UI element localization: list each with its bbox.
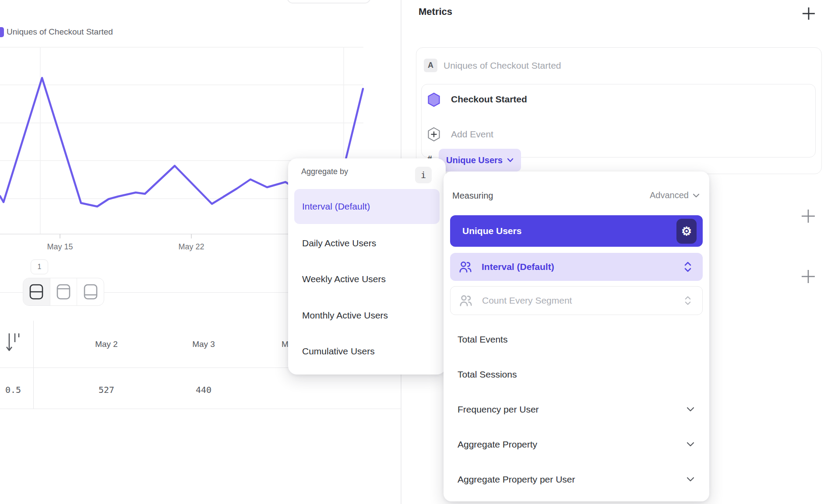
measure-chip[interactable]: Unique Users [439,149,521,172]
add-event-label[interactable]: Add Event [451,129,493,140]
measuring-option-unique-users-selected[interactable]: Unique Users ⚙ [450,215,703,247]
measuring-option-count-every-segment[interactable]: Count Every Segment [450,286,703,315]
table-header-may3[interactable]: May 3 [186,340,221,349]
table-row-border [0,409,401,409]
add-section-plus-icon-1[interactable] [800,208,816,224]
metric-letter-badge: A [424,59,437,72]
split-horizontal-icon [29,284,44,300]
count-every-segment-label: Count Every Segment [482,295,572,306]
table-column-divider [33,321,34,409]
chevron-down-icon [687,477,694,482]
aggregate-option-daily[interactable]: Daily Active Users [302,238,376,248]
table-cell-may2: 527 [89,385,124,395]
metrics-panel-title: Metrics [419,6,452,18]
aggregate-option-cumulative[interactable]: Cumulative Users [302,346,375,357]
measuring-option-interval[interactable]: Interval (Default) [450,253,703,281]
add-section-plus-icon-2[interactable] [800,269,816,284]
advanced-dropdown[interactable]: Advanced [650,190,700,200]
chevron-down-icon [687,442,694,447]
x-tick-may22: May 22 [178,242,204,251]
measure-chip-label: Unique Users [446,155,503,165]
users-icon [459,294,472,307]
layout-panel-top-button[interactable] [50,278,77,305]
page-number-chip[interactable]: 1 [31,259,48,274]
event-hexagon-icon [427,92,440,107]
up-down-chevrons-icon [684,261,691,273]
table-header-may2[interactable]: May 2 [89,340,124,349]
table-cell-may3: 440 [186,385,221,395]
advanced-label: Advanced [650,190,689,200]
panel-top-icon [56,284,71,300]
table-row-label: 0.5 [0,385,21,395]
metric-name[interactable]: Uniques of Checkout Started [444,60,561,71]
aggregate-by-title: Aggregate by [301,167,348,176]
layout-split-horizontal-button[interactable] [23,278,50,305]
aggregate-option-interval-selected[interactable]: Interval (Default) [294,189,440,224]
add-event-hexagon-plus-icon[interactable] [427,127,440,142]
event-name[interactable]: Checkout Started [451,94,527,105]
sort-descending-icon[interactable] [6,332,21,354]
aggregate-option-weekly[interactable]: Weekly Active Users [302,274,386,284]
layout-panel-bottom-button[interactable] [77,278,104,305]
aggregate-by-popover: Aggregate by i Interval (Default) Daily … [288,158,446,374]
panel-bottom-icon [83,284,98,300]
measuring-option-frequency-per-user[interactable]: Frequency per User [458,404,539,415]
add-metric-plus-icon[interactable] [801,6,816,21]
users-icon [459,261,472,273]
measuring-option-aggregate-property[interactable]: Aggregate Property [458,439,537,450]
layout-toggle-group [23,278,104,306]
info-icon[interactable]: i [415,167,432,183]
measuring-title: Measuring [452,191,493,201]
chevron-down-icon [507,158,514,162]
measuring-popover: Measuring Advanced Unique Users ⚙ Interv… [444,172,709,501]
up-down-chevrons-icon [685,295,691,306]
measuring-option-total-sessions[interactable]: Total Sessions [458,369,517,380]
interval-label: Interval (Default) [482,262,554,272]
aggregate-option-monthly[interactable]: Monthly Active Users [302,310,388,321]
measuring-option-aggregate-property-per-user[interactable]: Aggregate Property per User [458,474,575,485]
gear-icon[interactable]: ⚙ [676,219,697,244]
measuring-option-total-events[interactable]: Total Events [458,334,507,345]
chevron-down-icon [687,407,694,412]
unique-users-label: Unique Users [462,226,521,236]
x-tick-may15: May 15 [47,242,73,251]
chevron-down-icon [693,193,700,198]
analytics-builder-screen: Uniques of Checkout Started May 15 May 2… [0,0,831,504]
